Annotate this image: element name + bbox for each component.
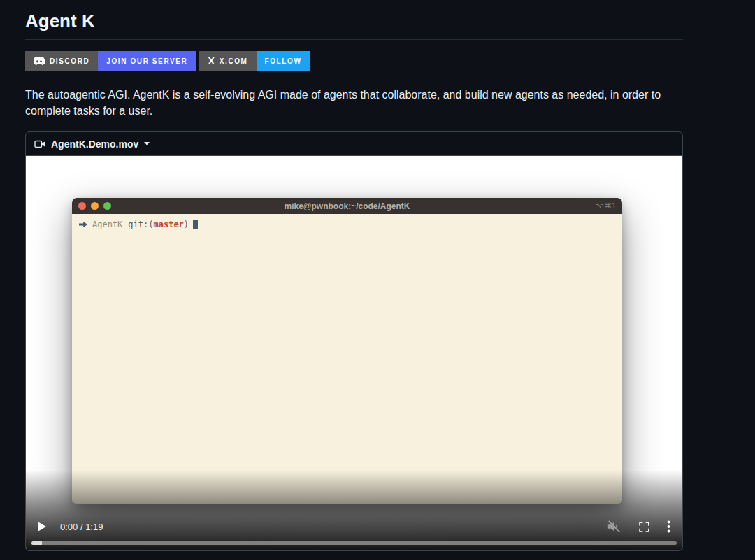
terminal-prompt-line: AgentK git:( master ): [79, 220, 615, 229]
video-filename: AgentK.Demo.mov: [51, 138, 138, 150]
discord-badge-label-segment: DISCORD: [25, 51, 98, 71]
more-options-button[interactable]: [667, 520, 670, 533]
chevron-down-icon: [144, 142, 150, 145]
prompt-git-close: ): [184, 220, 189, 229]
kebab-menu-icon: [667, 520, 670, 533]
terminal-tab-shortcut: ⌥⌘1: [595, 201, 616, 210]
terminal-titlebar: mike@pwnbook:~/code/AgentK ⌥⌘1: [72, 198, 622, 214]
video-controls: 0:00 / 1:19: [26, 517, 682, 536]
muted-speaker-icon: [606, 519, 621, 533]
fullscreen-icon: [638, 521, 650, 533]
mute-button[interactable]: [606, 519, 621, 533]
prompt-git-open: git:(: [128, 220, 153, 229]
readme-page: Agent K DISCORD JOIN OUR SERVER X X.COM …: [25, 0, 683, 551]
fullscreen-button[interactable]: [638, 521, 650, 533]
x-logo-icon: X: [208, 56, 214, 66]
terminal-title: mike@pwnbook:~/code/AgentK: [72, 201, 622, 211]
prompt-arrow-icon: [79, 221, 87, 228]
video-file-dropdown[interactable]: AgentK.Demo.mov: [26, 132, 682, 156]
zoom-circle-icon: [103, 202, 111, 210]
play-icon: [38, 522, 46, 531]
discord-icon: [34, 57, 45, 65]
discord-badge-label: DISCORD: [50, 57, 89, 65]
progress-played-segment: [31, 541, 42, 545]
x-badge-label: X.COM: [220, 57, 248, 65]
close-circle-icon: [78, 202, 86, 210]
x-badge-label-segment: X X.COM: [199, 51, 256, 71]
discord-badge-action: JOIN OUR SERVER: [98, 51, 196, 71]
prompt-directory: AgentK: [92, 220, 122, 229]
badge-row: DISCORD JOIN OUR SERVER X X.COM FOLLOW: [25, 51, 683, 71]
minimize-circle-icon: [91, 202, 99, 210]
video-player[interactable]: mike@pwnbook:~/code/AgentK ⌥⌘1 AgentK gi…: [26, 156, 682, 550]
prompt-git-branch: master: [153, 220, 183, 229]
play-button[interactable]: [38, 522, 46, 531]
x-badge[interactable]: X X.COM FOLLOW: [199, 51, 310, 71]
progress-bar[interactable]: [31, 541, 677, 545]
video-camera-icon: [34, 138, 45, 150]
terminal-body: AgentK git:( master ): [72, 214, 622, 504]
video-embed: AgentK.Demo.mov mike@pwnbook:~/code/Agen…: [25, 131, 683, 551]
project-description: The autoagentic AGI. AgentK is a self-ev…: [25, 87, 683, 119]
x-badge-action: FOLLOW: [257, 51, 310, 71]
time-display: 0:00 / 1:19: [60, 522, 103, 532]
controls-right-group: [606, 519, 670, 533]
traffic-lights: [78, 202, 111, 210]
terminal-cursor: [193, 220, 198, 229]
page-title: Agent K: [25, 0, 683, 40]
terminal-window: mike@pwnbook:~/code/AgentK ⌥⌘1 AgentK gi…: [72, 198, 622, 504]
discord-badge[interactable]: DISCORD JOIN OUR SERVER: [25, 51, 196, 71]
